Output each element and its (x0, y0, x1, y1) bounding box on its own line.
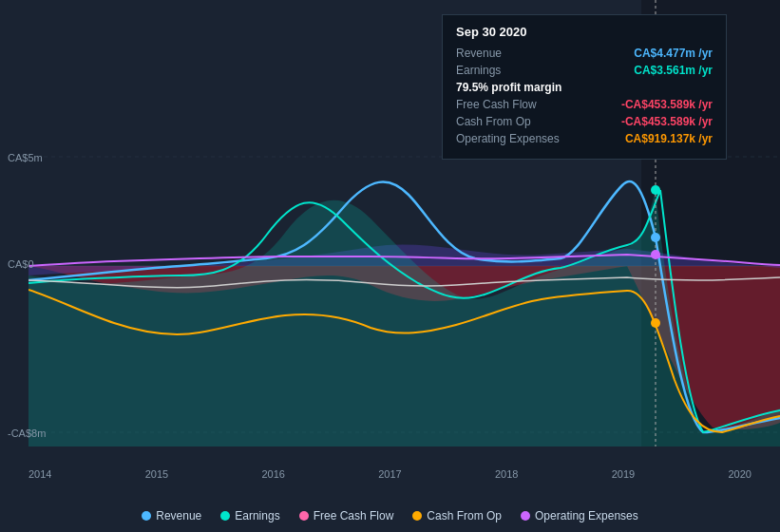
x-label-2017: 2017 (378, 468, 401, 480)
tooltip-row-revenue: Revenue CA$4.477m /yr (456, 47, 713, 60)
svg-point-8 (651, 318, 660, 328)
legend-dot-revenue (142, 511, 151, 521)
tooltip: Sep 30 2020 Revenue CA$4.477m /yr Earnin… (442, 14, 727, 160)
legend-item-cashfromop[interactable]: Cash From Op (412, 509, 502, 522)
legend-label-revenue: Revenue (156, 509, 201, 522)
legend-item-fcf[interactable]: Free Cash Flow (299, 509, 394, 522)
legend-item-revenue[interactable]: Revenue (142, 509, 201, 522)
tooltip-label-earnings: Earnings (456, 64, 561, 77)
tooltip-row-earnings: Earnings CA$3.561m /yr (456, 64, 713, 77)
tooltip-title: Sep 30 2020 (456, 25, 713, 39)
legend-dot-cashfromop (412, 511, 422, 521)
svg-point-7 (651, 185, 660, 195)
tooltip-row-opex: Operating Expenses CA$919.137k /yr (456, 132, 713, 145)
legend-label-cashfromop: Cash From Op (427, 509, 502, 522)
tooltip-value-cashfromop: -CA$453.589k /yr (621, 115, 713, 128)
y-label-top: CA$5m (8, 152, 43, 163)
tooltip-row-fcf: Free Cash Flow -CA$453.589k /yr (456, 98, 713, 111)
x-axis: 2014 2015 2016 2017 2018 2019 2020 (0, 468, 780, 480)
x-label-2020: 2020 (729, 468, 751, 480)
tooltip-value-fcf: -CA$453.589k /yr (621, 98, 713, 111)
legend-label-opex: Operating Expenses (535, 509, 638, 522)
y-label-mid: CA$0 (8, 258, 34, 270)
tooltip-row-cashfromop: Cash From Op -CA$453.589k /yr (456, 115, 713, 128)
x-label-2014: 2014 (29, 468, 51, 480)
svg-point-9 (651, 250, 660, 259)
tooltip-profit-margin: 79.5% profit margin (456, 81, 713, 94)
y-label-bot: -CA$8m (8, 428, 46, 439)
legend-label-fcf: Free Cash Flow (314, 509, 394, 522)
tooltip-label-fcf: Free Cash Flow (456, 98, 561, 111)
legend-label-earnings: Earnings (235, 509, 279, 522)
tooltip-value-earnings: CA$3.561m /yr (634, 64, 713, 77)
tooltip-label-revenue: Revenue (456, 47, 561, 60)
x-label-2018: 2018 (495, 468, 518, 480)
svg-point-6 (651, 233, 660, 242)
tooltip-label-cashfromop: Cash From Op (456, 115, 561, 128)
chart-legend: Revenue Earnings Free Cash Flow Cash Fro… (0, 509, 780, 522)
x-label-2015: 2015 (145, 468, 168, 480)
x-label-2019: 2019 (612, 468, 635, 480)
tooltip-value-revenue: CA$4.477m /yr (634, 47, 713, 60)
tooltip-label-opex: Operating Expenses (456, 132, 561, 145)
legend-item-earnings[interactable]: Earnings (220, 509, 279, 522)
legend-item-opex[interactable]: Operating Expenses (521, 509, 638, 522)
tooltip-value-opex: CA$919.137k /yr (625, 132, 713, 145)
legend-dot-fcf (299, 511, 309, 521)
legend-dot-opex (521, 511, 530, 521)
x-label-2016: 2016 (262, 468, 285, 480)
legend-dot-earnings (220, 511, 230, 521)
